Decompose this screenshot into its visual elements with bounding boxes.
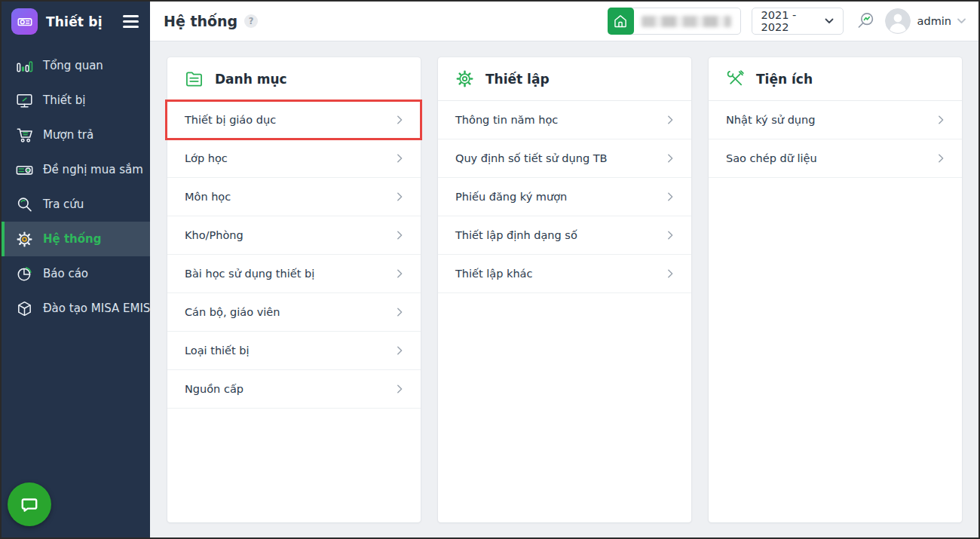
- menu-row-label: Thiết lập khác: [455, 268, 532, 280]
- topbar-right: 2021 - 2022: [608, 8, 966, 35]
- search-icon[interactable]: [855, 11, 875, 32]
- menu-row[interactable]: Môn học: [167, 178, 421, 216]
- sidebar-item-label: Mượn trả: [43, 128, 93, 142]
- sidebar-item-tong-quan[interactable]: Tổng quan: [2, 48, 150, 83]
- menu-row[interactable]: Phiếu đăng ký mượn: [438, 178, 691, 216]
- sidebar-item-tra-cuu[interactable]: Tra cứu: [2, 187, 150, 222]
- menu-row-label: Thiết bị giáo dục: [185, 114, 276, 126]
- sidebar-item-thiet-bi[interactable]: Thiết bị: [2, 83, 150, 118]
- menu-row[interactable]: Quy định số tiết sử dụng TB: [438, 139, 691, 178]
- user-avatar[interactable]: [885, 8, 911, 34]
- bar-chart-icon: [14, 57, 35, 75]
- menu-row[interactable]: Thông tin năm học: [438, 101, 691, 139]
- sidebar-item-label: Thiết bị: [43, 93, 85, 107]
- menu-row[interactable]: Kho/Phòng: [167, 216, 421, 255]
- chevron-right-icon: [936, 115, 946, 125]
- sidebar-item-he-thong[interactable]: Hệ thống: [2, 222, 150, 256]
- card-title: Thiết lập: [485, 72, 550, 87]
- app-window: Thiết bị Tổng quanThiết bịMượn trảĐề ngh…: [0, 0, 980, 539]
- chevron-right-icon: [665, 191, 675, 202]
- menu-row-label: Quy định số tiết sử dụng TB: [455, 152, 608, 164]
- help-icon[interactable]: ?: [244, 14, 258, 28]
- card-tien-ich: Tiện íchNhật ký sử dụngSao chép dữ liệu: [709, 57, 962, 522]
- chevron-right-icon: [665, 230, 675, 240]
- menu-row-label: Cán bộ, giáo viên: [185, 306, 280, 318]
- home-icon[interactable]: [608, 8, 634, 35]
- school-year-value: 2021 - 2022: [761, 9, 825, 33]
- card-title: Danh mục: [215, 72, 287, 87]
- chevron-right-icon: [394, 230, 405, 240]
- card-header: Danh mục: [167, 57, 421, 101]
- menu-row[interactable]: Loại thiết bị: [167, 332, 421, 370]
- username: admin: [917, 15, 951, 27]
- menu-row-label: Nguồn cấp: [185, 383, 243, 395]
- menu-row[interactable]: Nguồn cấp: [167, 370, 421, 409]
- card-thiet-lap: Thiết lậpThông tin năm họcQuy định số ti…: [438, 57, 691, 522]
- menu-row[interactable]: Bài học sử dụng thiết bị: [167, 255, 421, 293]
- main-area: Hệ thống ? 2021 - 2022: [150, 2, 978, 537]
- hamburger-menu-icon[interactable]: [123, 12, 139, 31]
- chevron-right-icon: [394, 268, 405, 279]
- menu-row[interactable]: Cán bộ, giáo viên: [167, 293, 421, 332]
- menu-row-label: Lớp học: [185, 152, 228, 164]
- menu-row-label: Bài học sử dụng thiết bị: [185, 268, 314, 280]
- app-logo-icon: [11, 8, 38, 35]
- menu-row[interactable]: Nhật ký sử dụng: [709, 101, 962, 139]
- monitor-icon: [14, 92, 35, 109]
- menu-row-label: Nhật ký sử dụng: [726, 114, 815, 126]
- gear-green-icon: [455, 69, 474, 88]
- menu-row[interactable]: Thiết bị giáo dục: [167, 101, 421, 139]
- menu-row[interactable]: Thiết lập định dạng số: [438, 216, 691, 255]
- sidebar-item-label: Đề nghị mua sắm: [43, 163, 143, 176]
- chevron-right-icon: [394, 153, 405, 164]
- menu-row[interactable]: Thiết lập khác: [438, 255, 691, 293]
- card-header: Thiết lập: [438, 57, 691, 101]
- menu-row-label: Loại thiết bị: [185, 345, 250, 357]
- cart-icon: [14, 127, 35, 144]
- projector-icon: [14, 161, 35, 179]
- page-title: Hệ thống: [164, 13, 237, 29]
- gear-icon: [14, 231, 35, 248]
- menu-row-label: Môn học: [185, 191, 231, 203]
- topbar: Hệ thống ? 2021 - 2022: [150, 2, 978, 41]
- pie-chart-icon: [14, 265, 35, 283]
- sidebar: Thiết bị Tổng quanThiết bịMượn trảĐề ngh…: [2, 2, 150, 537]
- category-folder-icon: [185, 69, 204, 88]
- sidebar-item-label: Hệ thống: [43, 232, 102, 246]
- user-menu-chevron-icon[interactable]: [957, 18, 966, 24]
- menu-row-label: Sao chép dữ liệu: [726, 152, 817, 164]
- menu-row-label: Thông tin năm học: [455, 114, 558, 126]
- content-cards: Danh mụcThiết bị giáo dụcLớp họcMôn họcK…: [150, 41, 978, 537]
- school-name-blurred: [642, 16, 731, 27]
- chevron-right-icon: [394, 307, 405, 317]
- chevron-right-icon: [394, 345, 405, 356]
- chevron-right-icon: [394, 115, 405, 125]
- menu-row-label: Thiết lập định dạng số: [455, 229, 577, 241]
- sidebar-item-bao-cao[interactable]: Báo cáo: [2, 256, 150, 291]
- sidebar-item-label: Đào tạo MISA EMIS: [43, 302, 150, 315]
- menu-row[interactable]: Sao chép dữ liệu: [709, 139, 962, 178]
- chevron-right-icon: [665, 268, 675, 279]
- school-selector[interactable]: [608, 8, 741, 35]
- chevron-right-icon: [394, 191, 405, 202]
- sidebar-item-dao-tao-misa-emis[interactable]: Đào tạo MISA EMIS: [2, 291, 150, 326]
- sidebar-header: Thiết bị: [2, 2, 150, 41]
- magnifier-icon: [14, 196, 35, 213]
- card-danh-muc: Danh mụcThiết bị giáo dụcLớp họcMôn họcK…: [167, 57, 421, 522]
- sidebar-item-de-nghi-mua-sam[interactable]: Đề nghị mua sắm: [2, 152, 150, 187]
- chevron-down-icon: [825, 18, 834, 24]
- menu-row-label: Kho/Phòng: [185, 229, 243, 241]
- sidebar-item-muon-tra[interactable]: Mượn trả: [2, 118, 150, 152]
- menu-row-label: Phiếu đăng ký mượn: [455, 191, 567, 203]
- sidebar-item-label: Tổng quan: [43, 59, 103, 72]
- card-title: Tiện ích: [756, 72, 813, 87]
- tools-icon: [726, 69, 745, 88]
- school-year-select[interactable]: 2021 - 2022: [752, 8, 844, 35]
- chevron-right-icon: [936, 153, 946, 164]
- chat-support-button[interactable]: [8, 482, 51, 526]
- menu-row[interactable]: Lớp học: [167, 139, 421, 178]
- chevron-right-icon: [665, 115, 675, 125]
- sidebar-item-label: Báo cáo: [43, 267, 88, 280]
- chevron-right-icon: [394, 384, 405, 394]
- sidebar-item-label: Tra cứu: [43, 198, 84, 211]
